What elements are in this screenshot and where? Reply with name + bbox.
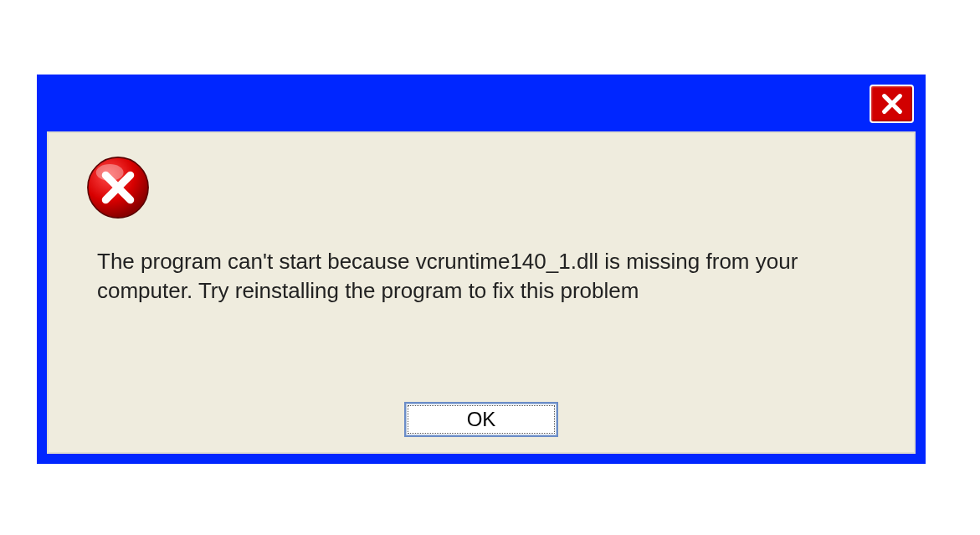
button-row: OK <box>49 402 914 437</box>
error-message: The program can't start because vcruntim… <box>97 247 867 306</box>
error-dialog-window: The program can't start because vcruntim… <box>37 75 926 464</box>
dialog-body: The program can't start because vcruntim… <box>47 131 916 454</box>
error-icon <box>84 153 152 222</box>
ok-button[interactable]: OK <box>404 402 558 437</box>
titlebar <box>38 76 924 131</box>
close-icon <box>880 92 904 116</box>
close-button[interactable] <box>870 85 914 123</box>
